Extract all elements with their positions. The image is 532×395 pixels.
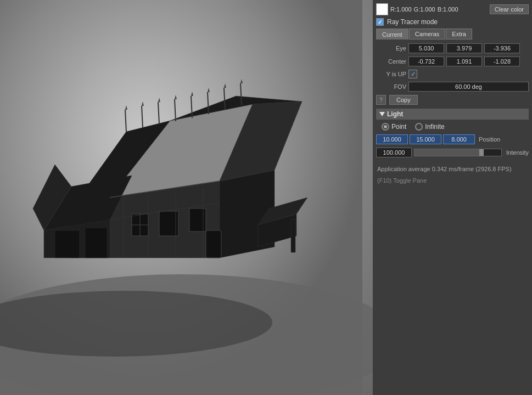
help-button[interactable]: ? <box>376 95 386 105</box>
copy-row: ? Copy <box>376 95 529 105</box>
light-z-input[interactable] <box>443 134 475 144</box>
ray-tracer-row: Ray Tracer mode <box>376 18 529 26</box>
infinite-radio-option[interactable]: Infinite <box>415 123 444 131</box>
tab-cameras[interactable]: Cameras <box>409 29 446 40</box>
intensity-input[interactable] <box>376 148 412 157</box>
fov-input[interactable] <box>408 82 529 92</box>
svg-rect-34 <box>206 230 221 258</box>
eye-z-input[interactable] <box>484 43 520 53</box>
svg-rect-44 <box>55 230 80 258</box>
r-value: R:1.000 <box>390 6 412 13</box>
clear-color-button[interactable]: Clear color <box>490 4 529 14</box>
center-y-input[interactable] <box>446 57 482 66</box>
scene-svg <box>0 0 373 395</box>
color-row: R:1.000 G:1.000 B:1.000 Clear color <box>376 3 529 15</box>
toggle-pane-hint: (F10) Toggle Pane <box>376 176 529 185</box>
intensity-slider-fill <box>415 149 484 156</box>
fov-row: FOV <box>376 82 529 92</box>
light-label: Light <box>387 110 403 118</box>
3d-viewport[interactable] <box>0 0 373 395</box>
ray-tracer-label: Ray Tracer mode <box>387 18 438 26</box>
light-x-input[interactable] <box>376 134 408 144</box>
fps-status: Application average 0.342 ms/frame (2926… <box>376 165 529 173</box>
infinite-label: Infinite <box>425 123 444 131</box>
tabs-row: Current Cameras Extra <box>376 29 529 40</box>
eye-y-input[interactable] <box>446 43 482 53</box>
intensity-slider[interactable] <box>414 149 502 156</box>
g-value: G:1.000 <box>414 6 435 13</box>
b-value: B:1.000 <box>438 6 458 13</box>
center-label: Center <box>376 58 406 65</box>
intensity-label: Intensity <box>506 149 529 156</box>
svg-rect-43 <box>291 219 295 252</box>
infinite-radio[interactable] <box>415 123 423 131</box>
tab-extra[interactable]: Extra <box>446 29 472 40</box>
color-swatch[interactable] <box>376 3 388 15</box>
point-radio[interactable] <box>382 123 389 131</box>
position-row: Position <box>376 134 529 144</box>
center-row: Center <box>376 57 529 66</box>
svg-rect-45 <box>85 228 107 258</box>
y-is-up-label: Y is UP <box>376 71 406 77</box>
intensity-row: Intensity <box>376 148 529 157</box>
copy-button[interactable]: Copy <box>389 95 418 105</box>
y-is-up-checkbox[interactable] <box>408 70 417 78</box>
intensity-slider-thumb[interactable] <box>479 149 484 156</box>
position-label: Position <box>479 136 500 143</box>
ray-tracer-checkbox[interactable] <box>376 18 384 26</box>
eye-row: Eye <box>376 43 529 53</box>
light-section-header[interactable]: Light <box>376 109 529 120</box>
eye-label: Eye <box>376 45 406 52</box>
tab-current[interactable]: Current <box>376 29 408 40</box>
right-panel: R:1.000 G:1.000 B:1.000 Clear color Ray … <box>373 0 532 395</box>
point-radio-option[interactable]: Point <box>382 123 406 131</box>
light-type-row: Point Infinite <box>376 123 529 131</box>
y-is-up-row: Y is UP <box>376 70 529 78</box>
center-z-input[interactable] <box>484 57 520 66</box>
point-label: Point <box>391 123 406 131</box>
fov-label: FOV <box>376 83 406 90</box>
eye-x-input[interactable] <box>408 43 444 53</box>
collapse-icon <box>379 112 385 116</box>
light-y-input[interactable] <box>410 134 441 144</box>
center-x-input[interactable] <box>408 57 444 66</box>
